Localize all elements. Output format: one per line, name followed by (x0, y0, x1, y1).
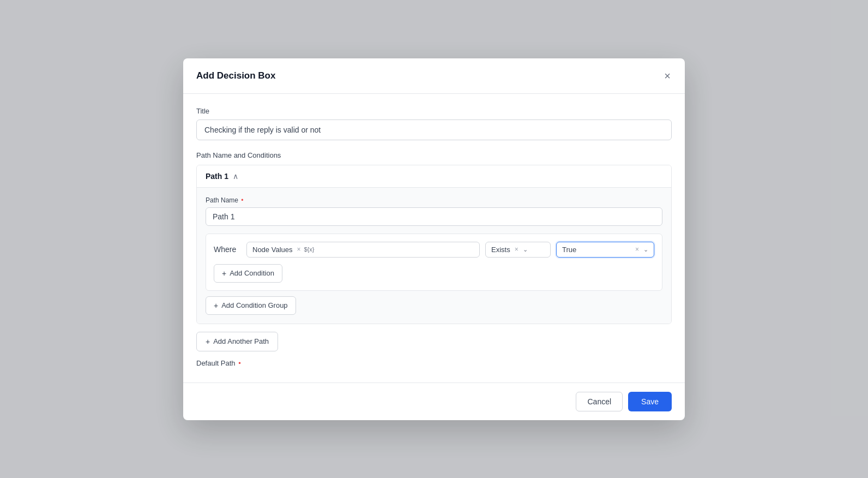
condition-box: Where Node Values × ${x} Exists × (206, 234, 662, 291)
title-input[interactable] (196, 120, 672, 140)
modal-overlay: Add Decision Box × Title Path Name and C… (0, 0, 868, 478)
exists-dropdown-icon: ⌄ (523, 246, 528, 253)
modal-header: Add Decision Box × (183, 58, 685, 94)
close-button[interactable]: × (663, 69, 672, 82)
modal-title: Add Decision Box (196, 70, 275, 81)
path-name-conditions-label: Path Name and Conditions (196, 151, 672, 159)
add-decision-box-modal: Add Decision Box × Title Path Name and C… (183, 58, 685, 420)
modal-body: Title Path Name and Conditions Path 1 ∧ … (183, 94, 685, 376)
where-label: Where (214, 245, 241, 254)
exists-select[interactable]: Exists × ⌄ (485, 242, 551, 258)
add-condition-group-button[interactable]: + Add Condition Group (206, 296, 296, 315)
path-header: Path 1 ∧ (197, 165, 671, 188)
add-condition-plus-icon: + (222, 269, 226, 278)
true-clear-icon[interactable]: × (635, 246, 639, 253)
node-values-select[interactable]: Node Values × ${x} (246, 242, 480, 258)
cancel-button[interactable]: Cancel (576, 392, 623, 411)
default-path-label: Default Path • (196, 359, 672, 367)
add-condition-label: Add Condition (230, 269, 274, 277)
required-dot: • (239, 196, 244, 204)
path-container: Path 1 ∧ Path Name • Wher (196, 165, 672, 324)
true-select[interactable]: True × ⌄ (556, 242, 654, 258)
path-name-input[interactable] (206, 207, 662, 226)
tag-icon: ${x} (304, 246, 315, 253)
add-another-path-plus-icon: + (206, 337, 210, 346)
modal-footer: Cancel Save (183, 383, 685, 420)
add-another-path-button[interactable]: + Add Another Path (196, 332, 278, 351)
node-values-clear-icon[interactable]: × (297, 246, 300, 253)
path-header-title: Path 1 (206, 172, 228, 181)
true-label: True (562, 246, 576, 254)
title-label: Title (196, 107, 672, 115)
condition-row: Where Node Values × ${x} Exists × (214, 242, 654, 258)
chevron-up-icon[interactable]: ∧ (233, 172, 238, 181)
exists-clear-icon[interactable]: × (515, 246, 519, 253)
add-another-path-label: Add Another Path (213, 337, 269, 345)
save-button[interactable]: Save (628, 392, 672, 411)
true-dropdown-icon: ⌄ (643, 246, 648, 253)
exists-label: Exists (491, 246, 510, 254)
add-condition-button[interactable]: + Add Condition (214, 264, 282, 283)
node-values-label: Node Values (252, 246, 292, 254)
path-body: Path Name • Where Node Values × ${ (197, 188, 671, 324)
close-icon: × (664, 70, 671, 81)
default-path-required: • (237, 359, 241, 367)
add-condition-group-label: Add Condition Group (221, 301, 287, 309)
path-name-label: Path Name • (206, 196, 662, 204)
path-name-row: Path Name • (206, 196, 662, 226)
add-condition-group-plus-icon: + (214, 301, 218, 310)
